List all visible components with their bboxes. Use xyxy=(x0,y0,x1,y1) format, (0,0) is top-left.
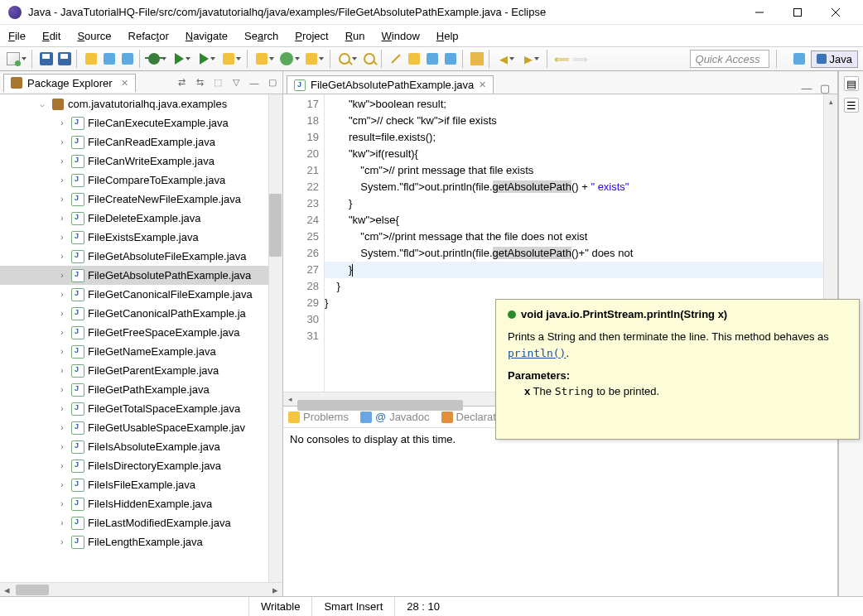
editor-tab[interactable]: FileGetAbsolutePathExample.java ✕ xyxy=(287,75,494,94)
minimize-editor-button[interactable]: — xyxy=(801,82,812,94)
search-button[interactable] xyxy=(361,51,378,67)
tree-file-row[interactable]: ›FileIsDirectoryExample.java xyxy=(0,456,282,475)
tree-file-row[interactable]: ›FileGetFreeSpaceExample.java xyxy=(0,323,282,342)
minimize-view-button[interactable]: — xyxy=(248,76,261,89)
tree-file-row[interactable]: ›FileCanWriteExample.java xyxy=(0,152,282,171)
twisty-icon[interactable]: › xyxy=(56,328,68,337)
minimize-button[interactable] xyxy=(740,0,779,25)
menu-run[interactable]: Run xyxy=(342,28,369,44)
tree-file-row[interactable]: ›FileLengthExample.java xyxy=(0,532,282,551)
scroll-right-button[interactable]: ▸ xyxy=(268,584,282,596)
scrollbar-thumb[interactable] xyxy=(16,585,49,595)
tree-file-row[interactable]: ›FileCanReadExample.java xyxy=(0,132,282,152)
tree-file-row[interactable]: ›FileCanExecuteExample.java xyxy=(0,113,282,132)
filters-button[interactable]: ⬚ xyxy=(211,76,224,89)
new-folder-button[interactable] xyxy=(303,51,326,67)
menu-edit[interactable]: Edit xyxy=(39,28,64,44)
debug-button[interactable] xyxy=(146,51,169,67)
tab-javadoc[interactable]: @Javadoc xyxy=(360,411,430,423)
package-explorer-tree[interactable]: ⌵ com.javatutorialhq.java.examples ›File… xyxy=(0,94,282,582)
twisty-icon[interactable]: › xyxy=(56,347,68,356)
tab-problems[interactable]: Problems xyxy=(288,411,349,423)
twisty-icon[interactable]: › xyxy=(56,423,68,432)
tree-file-row[interactable]: ›FileGetNameExample.java xyxy=(0,342,282,361)
scroll-left-button[interactable]: ◂ xyxy=(283,393,297,406)
twisty-icon[interactable]: › xyxy=(56,385,68,394)
perspective-java-button[interactable]: Java xyxy=(811,51,858,68)
nav-forward-button[interactable]: ⟹ xyxy=(571,51,588,67)
twisty-icon[interactable]: › xyxy=(56,366,68,375)
scrollbar-thumb[interactable] xyxy=(269,194,282,257)
menu-window[interactable]: Window xyxy=(378,28,423,44)
twisty-icon[interactable]: › xyxy=(56,461,68,470)
twisty-icon[interactable]: › xyxy=(56,156,68,166)
scroll-up-button[interactable]: ▴ xyxy=(824,94,837,108)
save-all-button[interactable] xyxy=(56,51,73,67)
new-button[interactable] xyxy=(5,51,28,67)
save-button[interactable] xyxy=(38,51,55,67)
twisty-icon[interactable]: ⌵ xyxy=(36,99,48,108)
external-tools-button[interactable] xyxy=(220,51,243,67)
twisty-icon[interactable]: › xyxy=(56,214,68,223)
open-perspective-button[interactable] xyxy=(791,51,808,67)
maximize-button[interactable] xyxy=(779,0,817,25)
maximize-editor-button[interactable]: ▢ xyxy=(819,82,831,94)
menu-project[interactable]: Project xyxy=(292,28,331,44)
package-explorer-tab[interactable]: Package Explorer ✕ xyxy=(3,74,136,92)
tree-file-row[interactable]: ›FileDeleteExample.java xyxy=(0,209,282,228)
twisty-icon[interactable]: › xyxy=(56,404,68,413)
twisty-icon[interactable]: › xyxy=(56,518,68,527)
tree-file-row[interactable]: ›FileGetCanonicalFileExample.java xyxy=(0,285,282,304)
new-class-button[interactable] xyxy=(278,51,301,67)
twisty-icon[interactable]: › xyxy=(56,271,68,280)
tree-file-row[interactable]: ›FileExistsExample.java xyxy=(0,228,282,247)
nav-back-button[interactable]: ⟸ xyxy=(553,51,570,67)
tree-file-row[interactable]: ›FileGetAbsoluteFileExample.java xyxy=(0,247,282,266)
pin-button[interactable] xyxy=(469,51,485,67)
new-package-button[interactable] xyxy=(253,51,277,67)
link-editor-button[interactable]: ⇆ xyxy=(193,76,206,89)
close-icon[interactable]: ✕ xyxy=(479,79,486,90)
toolbar-button[interactable] xyxy=(101,51,118,67)
tree-file-row[interactable]: ›FileCreateNewFileExample.java xyxy=(0,190,282,209)
tree-file-row[interactable]: ›FileGetCanonicalPathExample.ja xyxy=(0,304,282,323)
tree-file-row[interactable]: ›FileGetAbsolutePathExample.java xyxy=(0,266,282,285)
toolbar-button[interactable] xyxy=(406,51,422,67)
tree-file-row[interactable]: ›FileLastModifiedExample.java xyxy=(0,513,282,532)
menu-navigate[interactable]: Navigate xyxy=(182,28,231,44)
tree-scrollbar[interactable] xyxy=(268,94,282,582)
run-last-button[interactable] xyxy=(195,51,219,67)
close-button[interactable] xyxy=(817,0,855,25)
open-type-button[interactable] xyxy=(336,51,359,67)
twisty-icon[interactable]: › xyxy=(56,442,68,451)
menu-source[interactable]: Source xyxy=(74,28,114,44)
menu-file[interactable]: File xyxy=(5,28,29,44)
close-icon[interactable]: ✕ xyxy=(121,78,128,89)
twisty-icon[interactable]: › xyxy=(56,537,68,546)
toggle-mark-button[interactable] xyxy=(388,51,404,67)
tree-hscrollbar[interactable]: ◂ ▸ xyxy=(0,582,282,596)
twisty-icon[interactable]: › xyxy=(56,195,68,204)
menu-help[interactable]: Help xyxy=(433,28,462,44)
tree-file-row[interactable]: ›FileIsAbsoluteExample.java xyxy=(0,437,282,456)
quick-access-input[interactable]: Quick Access xyxy=(690,50,769,68)
tree-file-row[interactable]: ›FileIsHiddenExample.java xyxy=(0,494,282,513)
toolbar-button[interactable] xyxy=(442,51,459,67)
toolbar-button[interactable] xyxy=(119,51,136,67)
menu-search[interactable]: Search xyxy=(241,28,282,44)
twisty-icon[interactable]: › xyxy=(56,290,68,299)
tree-file-row[interactable]: ›FileGetPathExample.java xyxy=(0,380,282,399)
maximize-view-button[interactable]: ▢ xyxy=(266,76,279,89)
menu-refactor[interactable]: Refactor xyxy=(125,28,172,44)
toolbar-button[interactable] xyxy=(83,51,99,67)
tab-declaration[interactable]: Declarat xyxy=(441,411,496,423)
twisty-icon[interactable]: › xyxy=(56,480,68,489)
toolbar-button[interactable] xyxy=(424,51,441,67)
forward-history-button[interactable]: ▶ xyxy=(520,51,543,67)
twisty-icon[interactable]: › xyxy=(56,118,68,128)
twisty-icon[interactable]: › xyxy=(56,499,68,508)
scroll-left-button[interactable]: ◂ xyxy=(0,584,14,596)
tree-file-row[interactable]: ›FileGetTotalSpaceExample.java xyxy=(0,399,282,418)
tooltip-link[interactable]: println() xyxy=(508,347,566,359)
back-history-button[interactable]: ◀ xyxy=(495,51,518,67)
